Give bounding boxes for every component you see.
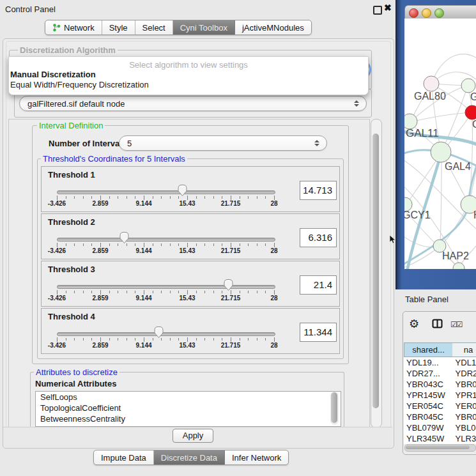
close-icon[interactable]: ✖ (384, 3, 392, 13)
attribute-item[interactable]: TopologicalCoefficient (36, 403, 341, 413)
network-node-c[interactable] (465, 105, 476, 119)
checkbox-pair-icon[interactable]: ☑☑ (450, 320, 462, 329)
cell-name[interactable]: YBL0 (454, 422, 476, 433)
cell-name[interactable]: YPR1 (454, 390, 476, 401)
tick-label: -3.426 (48, 295, 66, 302)
split-columns-icon[interactable] (432, 319, 443, 328)
table-row[interactable]: YER054CYER0 (404, 401, 476, 411)
cell-name[interactable]: YDL1 (454, 357, 476, 368)
cell-shared-name[interactable]: YBR045C (404, 411, 454, 422)
table-panel-title: Table Panel (405, 295, 449, 304)
table-row[interactable]: YDL19...YDL1 (404, 357, 476, 368)
slider-track[interactable] (57, 285, 275, 289)
algorithm-placeholder: Select algorithm to view settings (9, 60, 368, 70)
attribute-item[interactable]: BetweennessCentrality (36, 413, 341, 424)
tab-jactivemnodules[interactable]: jActiveMNodules (235, 20, 311, 35)
threshold-value-field[interactable]: 6.316 (300, 228, 337, 247)
apply-button[interactable]: Apply (173, 429, 213, 443)
minor-tick (153, 243, 153, 246)
attribute-item[interactable]: SelfLoops (36, 392, 341, 403)
num-intervals-combobox[interactable]: 5 (119, 135, 327, 151)
cell-name[interactable]: YLR3 (454, 433, 476, 444)
minor-tick (222, 291, 222, 293)
cell-shared-name[interactable]: YBL079W (404, 422, 454, 433)
slider-track[interactable] (57, 332, 275, 336)
panel-vertical-scrollbar-thumb[interactable] (372, 134, 379, 408)
minor-tick (74, 243, 75, 246)
cell-name[interactable]: YER0 (454, 401, 476, 411)
tab-discretize-data[interactable]: Discretize Data (154, 450, 225, 464)
slider-thumb[interactable] (177, 184, 188, 197)
threshold-value-field[interactable]: 14.713 (300, 181, 337, 200)
network-node-g[interactable] (461, 79, 475, 93)
table-horizontal-scrollbar-thumb[interactable] (406, 445, 470, 449)
table-row[interactable]: YBR043CYBR0 (404, 379, 476, 390)
tab-label: Network (64, 23, 95, 33)
table-row[interactable]: YBR045CYBR0 (404, 411, 476, 422)
cell-shared-name[interactable]: YBR043C (404, 379, 454, 390)
threshold-label: Threshold 1 (48, 170, 95, 180)
table-row[interactable]: YPR145WYPR1 (404, 390, 476, 401)
minimize-traffic-light-icon[interactable] (422, 8, 431, 18)
bottom-tab-bar: Impute DataDiscretize DataInfer Network (93, 450, 289, 465)
cell-shared-name[interactable]: YER054C (404, 401, 454, 411)
major-tick (144, 196, 144, 200)
minor-tick (109, 291, 110, 293)
threshold-value-field[interactable]: 11.344 (300, 323, 337, 342)
cell-name[interactable]: YDR2 (454, 368, 476, 379)
cell-shared-name[interactable]: YPR145W (404, 390, 454, 401)
cell-name[interactable]: YBR0 (454, 411, 476, 422)
close-traffic-light-icon[interactable] (409, 8, 418, 18)
zoom-traffic-light-icon[interactable] (434, 8, 444, 18)
table-row[interactable]: YBL079WYBL0 (404, 422, 476, 433)
minor-tick (161, 196, 162, 199)
network-graph: GAL80GCGAL11GAL4GCY1HHAP2 (404, 19, 476, 269)
tick-label: 21.715 (221, 342, 241, 349)
table-row[interactable]: YDR27...YDR2 (404, 368, 476, 379)
slider-thumb[interactable] (153, 326, 164, 339)
tab-style[interactable]: Style (102, 20, 135, 35)
table-data-combobox[interactable]: galFiltered.sif default node (19, 96, 367, 111)
cell-shared-name[interactable]: YDL19... (404, 357, 454, 368)
tab-infer-network[interactable]: Infer Network (225, 450, 288, 464)
table-horizontal-scrollbar[interactable] (404, 444, 476, 452)
minor-tick (153, 291, 153, 293)
float-window-icon[interactable] (373, 6, 382, 15)
minor-tick (257, 243, 257, 246)
slider-thumb[interactable] (223, 279, 234, 291)
algorithm-option-equal-width[interactable]: Equal Width/Frequency Discretization (10, 80, 149, 89)
threshold-value-field[interactable]: 21.4 (300, 275, 337, 295)
minor-tick (257, 196, 257, 199)
slider-track[interactable] (57, 190, 275, 194)
minor-tick (66, 338, 66, 341)
slider-thumb[interactable] (119, 231, 130, 244)
algorithm-option-manual[interactable]: Manual Discretization (10, 70, 96, 79)
minor-tick (127, 196, 127, 199)
slider-track[interactable] (57, 238, 275, 242)
numerical-attributes-list[interactable]: SelfLoopsTopologicalCoefficientBetweenne… (35, 391, 341, 427)
attributes-scrollbar[interactable] (330, 392, 339, 425)
network-canvas[interactable]: GAL80GCGAL11GAL4GCY1HHAP2 (404, 19, 476, 269)
tab-network[interactable]: Network (45, 20, 102, 35)
column-header-shared-name[interactable]: shared... (404, 342, 453, 357)
minor-tick (248, 243, 249, 246)
tab-select[interactable]: Select (135, 20, 173, 35)
tab-cyni-toolbox[interactable]: Cyni Toolbox (173, 20, 235, 35)
network-window-titlebar[interactable] (404, 5, 476, 20)
table-row[interactable]: YLR345WYLR3 (404, 433, 476, 444)
minor-tick (109, 196, 110, 199)
cell-shared-name[interactable]: YLR345W (404, 433, 454, 444)
gear-icon[interactable]: ⚙ (409, 317, 419, 331)
cell-name[interactable]: YBR0 (454, 379, 476, 390)
table-rows[interactable]: YDL19...YDL1YDR27...YDR2YBR043CYBR0YPR14… (404, 357, 476, 444)
tab-impute-data[interactable]: Impute Data (94, 450, 154, 464)
cell-shared-name[interactable]: YDR27... (404, 368, 454, 379)
panel-vertical-scrollbar[interactable] (371, 119, 382, 428)
tick-label: 9.144 (135, 200, 151, 207)
minor-tick (196, 243, 197, 246)
minor-tick (135, 291, 135, 293)
attributes-scrollbar-thumb[interactable] (331, 392, 337, 423)
network-node-gal80[interactable] (424, 76, 439, 91)
network-node-gal4[interactable] (431, 142, 451, 162)
column-header-name[interactable]: na (452, 342, 476, 357)
